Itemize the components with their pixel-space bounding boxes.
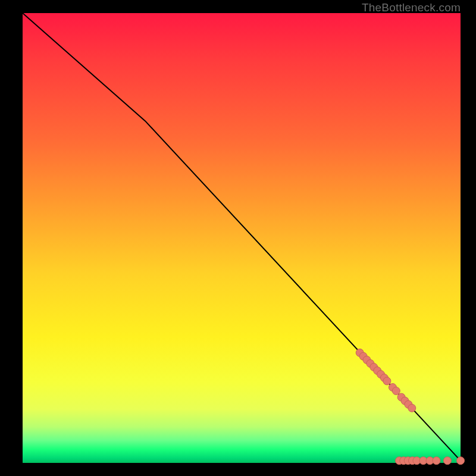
data-point xyxy=(383,377,391,385)
data-point xyxy=(408,404,416,412)
data-point xyxy=(433,457,440,465)
data-point xyxy=(392,387,400,395)
chart-overlay xyxy=(23,13,461,463)
data-point xyxy=(443,457,451,465)
data-point xyxy=(457,457,465,465)
watermark-text: TheBottleneck.com xyxy=(362,1,461,14)
chart-frame: TheBottleneck.com xyxy=(0,0,476,476)
